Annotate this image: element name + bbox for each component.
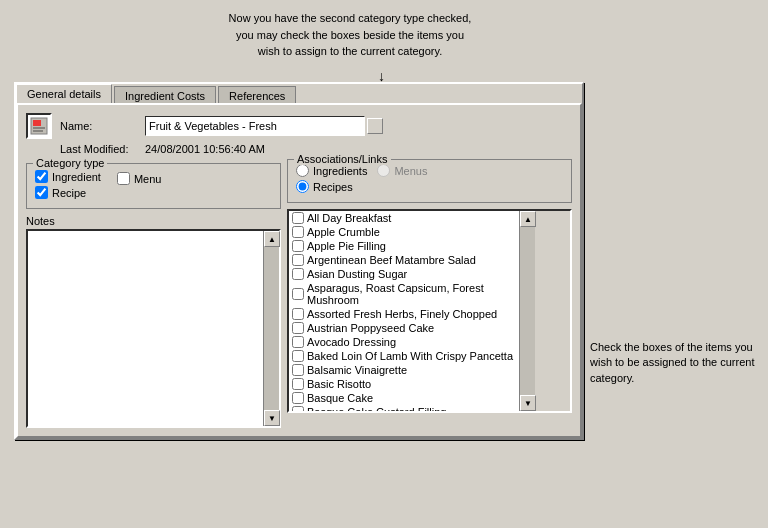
- list-item-checkbox[interactable]: [292, 350, 304, 362]
- list-item: Austrian Poppyseed Cake: [289, 321, 519, 335]
- list-item-label: Baked Loin Of Lamb With Crispy Pancetta: [307, 350, 513, 362]
- list-item-label: Argentinean Beef Matambre Salad: [307, 254, 476, 266]
- notes-label: Notes: [26, 215, 281, 227]
- last-modified-value: 24/08/2001 10:56:40 AM: [145, 143, 265, 155]
- recipes-radio-row: Recipes: [296, 180, 367, 193]
- name-row: Name:: [26, 113, 572, 139]
- list-item-label: All Day Breakfast: [307, 212, 391, 224]
- list-item-label: Austrian Poppyseed Cake: [307, 322, 434, 334]
- associations-title: Associations/Links: [294, 153, 391, 165]
- list-wrapper: All Day BreakfastApple CrumbleApple Pie …: [287, 209, 572, 413]
- list-scrollbar[interactable]: ▲ ▼: [519, 211, 535, 411]
- list-item: Balsamic Vinaigrette: [289, 363, 519, 377]
- ingredient-label: Ingredient: [52, 171, 101, 183]
- tab-general-details[interactable]: General details: [16, 84, 112, 103]
- list-item: Asian Dusting Sugar: [289, 267, 519, 281]
- ingredients-radio-label: Ingredients: [313, 165, 367, 177]
- category-icon: [26, 113, 52, 139]
- list-item-checkbox[interactable]: [292, 240, 304, 252]
- tooltip-line3: wish to assign to the current category.: [258, 45, 442, 57]
- list-item-label: Assorted Fresh Herbs, Finely Chopped: [307, 308, 497, 320]
- list-item: Asparagus, Roast Capsicum, Forest Mushro…: [289, 281, 519, 307]
- notes-textarea[interactable]: [28, 231, 263, 426]
- list-item: All Day Breakfast: [289, 211, 519, 225]
- notes-scroll-track: [264, 247, 279, 410]
- check-annotation-text: Check the boxes of the items you wish to…: [590, 341, 754, 384]
- associations-inner: Ingredients Recipes Menus: [296, 164, 563, 196]
- list-item: Avocado Dressing: [289, 335, 519, 349]
- list-item-label: Basque Cake Custard Filling: [307, 406, 446, 411]
- list-item-label: Balsamic Vinaigrette: [307, 364, 407, 376]
- name-label: Name:: [60, 120, 145, 132]
- list-item: Basque Cake Custard Filling: [289, 405, 519, 411]
- right-column: Associations/Links Ingredients Recipes: [287, 159, 572, 428]
- list-item-label: Asparagus, Roast Capsicum, Forest Mushro…: [307, 282, 516, 306]
- list-item: Basic Risotto: [289, 377, 519, 391]
- tooltip-line2: you may check the boxes beside the items…: [236, 29, 464, 41]
- recipe-checkbox-row: Recipe: [35, 186, 101, 199]
- svg-rect-2: [33, 127, 45, 129]
- notes-scroll-down[interactable]: ▼: [264, 410, 280, 426]
- list-item-checkbox[interactable]: [292, 322, 304, 334]
- recipes-radio-label: Recipes: [313, 181, 353, 193]
- recipes-radio[interactable]: [296, 180, 309, 193]
- list-item-label: Basic Risotto: [307, 378, 371, 390]
- list-item-checkbox[interactable]: [292, 212, 304, 224]
- assoc-right-col: Menus: [377, 164, 427, 196]
- list-item: Assorted Fresh Herbs, Finely Chopped: [289, 307, 519, 321]
- main-window: General details Ingredient Costs Referen…: [14, 82, 584, 440]
- list-item: Apple Pie Filling: [289, 239, 519, 253]
- list-item-checkbox[interactable]: [292, 308, 304, 320]
- notes-wrapper: ▲ ▼: [26, 229, 281, 428]
- list-item: Apple Crumble: [289, 225, 519, 239]
- ingredient-checkbox-row: Ingredient: [35, 170, 101, 183]
- last-modified-label: Last Modified:: [60, 143, 145, 155]
- list-item-checkbox[interactable]: [292, 288, 304, 300]
- menu-checkbox-row: Menu: [117, 172, 162, 185]
- ingredients-radio-row: Ingredients: [296, 164, 367, 177]
- list-item: Basque Cake: [289, 391, 519, 405]
- menus-radio[interactable]: [377, 164, 390, 177]
- main-inner: Category type Ingredient Recipe: [26, 159, 572, 428]
- menu-checkbox[interactable]: [117, 172, 130, 185]
- ingredients-radio[interactable]: [296, 164, 309, 177]
- assoc-left-col: Ingredients Recipes: [296, 164, 367, 196]
- left-column: Category type Ingredient Recipe: [26, 159, 281, 428]
- list-item-label: Avocado Dressing: [307, 336, 396, 348]
- menus-radio-row: Menus: [377, 164, 427, 177]
- menu-label: Menu: [134, 173, 162, 185]
- list-item-checkbox[interactable]: [292, 364, 304, 376]
- recipe-label: Recipe: [52, 187, 86, 199]
- list-item-checkbox[interactable]: [292, 406, 304, 411]
- list-item: Argentinean Beef Matambre Salad: [289, 253, 519, 267]
- list-inner: All Day BreakfastApple CrumbleApple Pie …: [289, 211, 519, 411]
- name-input[interactable]: [145, 116, 365, 136]
- recipe-checkbox[interactable]: [35, 186, 48, 199]
- name-browse-button[interactable]: [367, 118, 383, 134]
- list-item-checkbox[interactable]: [292, 392, 304, 404]
- list-item-checkbox[interactable]: [292, 336, 304, 348]
- notes-section: Notes ▲ ▼: [26, 215, 281, 428]
- list-item-checkbox[interactable]: [292, 226, 304, 238]
- list-item-checkbox[interactable]: [292, 254, 304, 266]
- tooltip: Now you have the second category type ch…: [200, 10, 500, 60]
- notes-scrollbar[interactable]: ▲ ▼: [263, 231, 279, 426]
- svg-rect-3: [33, 130, 43, 132]
- check-annotation: Check the boxes of the items you wish to…: [590, 340, 755, 386]
- list-item-checkbox[interactable]: [292, 378, 304, 390]
- notes-scroll-up[interactable]: ▲: [264, 231, 280, 247]
- tab-bar: General details Ingredient Costs Referen…: [16, 84, 582, 103]
- svg-rect-1: [33, 120, 41, 126]
- associations-group: Associations/Links Ingredients Recipes: [287, 159, 572, 203]
- ingredient-checkbox[interactable]: [35, 170, 48, 183]
- category-type-group: Category type Ingredient Recipe: [26, 163, 281, 209]
- list-item-label: Apple Pie Filling: [307, 240, 386, 252]
- list-scroll-track: [520, 227, 535, 395]
- list-item-label: Apple Crumble: [307, 226, 380, 238]
- list-item-checkbox[interactable]: [292, 268, 304, 280]
- list-scroll-down[interactable]: ▼: [520, 395, 536, 411]
- list-item: Baked Loin Of Lamb With Crispy Pancetta: [289, 349, 519, 363]
- tab-content: Name: Last Modified: 24/08/2001 10:56:40…: [16, 103, 582, 438]
- list-item-label: Asian Dusting Sugar: [307, 268, 407, 280]
- list-scroll-up[interactable]: ▲: [520, 211, 536, 227]
